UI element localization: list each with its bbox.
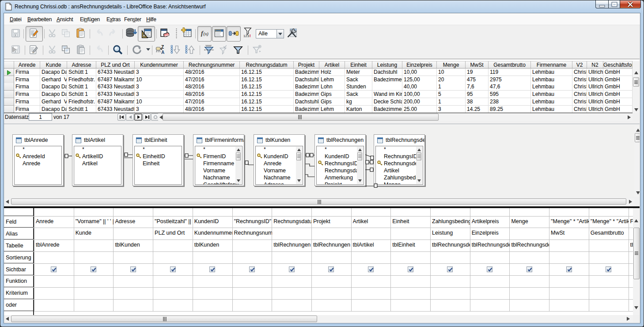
svg-text:(x): (x) xyxy=(203,31,208,37)
svg-text:A: A xyxy=(161,50,164,55)
svg-text:!: ! xyxy=(250,34,251,38)
svg-text:Z: Z xyxy=(161,45,164,49)
svg-text:123: 123 xyxy=(243,34,249,38)
